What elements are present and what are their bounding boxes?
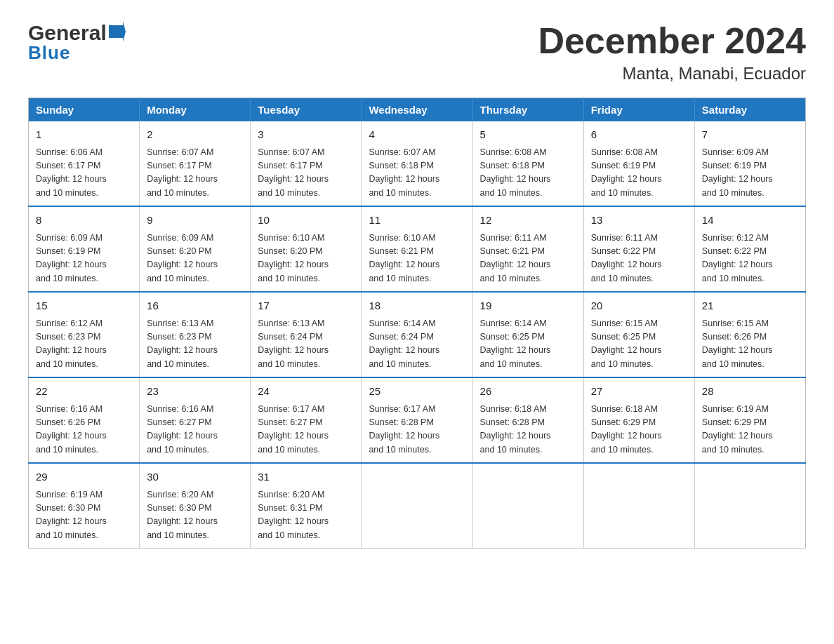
logo-arrow-icon (109, 21, 126, 45)
calendar-header-sunday: Sunday (29, 98, 140, 122)
day-info: Sunrise: 6:13 AMSunset: 6:24 PMDaylight:… (258, 317, 354, 372)
calendar-cell: 2 Sunrise: 6:07 AMSunset: 6:17 PMDayligh… (140, 121, 251, 206)
page-subtitle: Manta, Manabi, Ecuador (538, 64, 806, 83)
calendar-cell (583, 463, 694, 549)
calendar-cell: 17 Sunrise: 6:13 AMSunset: 6:24 PMDaylig… (251, 292, 362, 377)
calendar-cell: 11 Sunrise: 6:10 AMSunset: 6:21 PMDaylig… (362, 206, 472, 292)
day-info: Sunrise: 6:19 AMSunset: 6:30 PMDaylight:… (36, 488, 132, 543)
day-number: 17 (258, 298, 354, 314)
day-number: 28 (702, 384, 798, 400)
calendar-cell: 23 Sunrise: 6:16 AMSunset: 6:27 PMDaylig… (140, 377, 251, 463)
day-number: 24 (258, 384, 354, 400)
calendar-cell: 18 Sunrise: 6:14 AMSunset: 6:24 PMDaylig… (362, 292, 472, 377)
day-number: 6 (591, 127, 687, 143)
day-info: Sunrise: 6:09 AMSunset: 6:19 PMDaylight:… (702, 146, 798, 201)
day-number: 8 (36, 213, 132, 229)
day-info: Sunrise: 6:07 AMSunset: 6:18 PMDaylight:… (369, 146, 465, 201)
day-number: 2 (147, 127, 243, 143)
calendar-cell (694, 463, 805, 549)
day-info: Sunrise: 6:14 AMSunset: 6:25 PMDaylight:… (480, 317, 576, 372)
calendar-header-thursday: Thursday (472, 98, 583, 122)
calendar-cell: 19 Sunrise: 6:14 AMSunset: 6:25 PMDaylig… (472, 292, 583, 377)
day-number: 30 (147, 469, 243, 485)
calendar-cell: 22 Sunrise: 6:16 AMSunset: 6:26 PMDaylig… (29, 377, 140, 463)
calendar-cell: 3 Sunrise: 6:07 AMSunset: 6:17 PMDayligh… (251, 121, 362, 206)
calendar-cell: 4 Sunrise: 6:07 AMSunset: 6:18 PMDayligh… (362, 121, 472, 206)
calendar-cell: 13 Sunrise: 6:11 AMSunset: 6:22 PMDaylig… (583, 206, 694, 292)
day-info: Sunrise: 6:12 AMSunset: 6:22 PMDaylight:… (702, 232, 798, 286)
day-number: 27 (591, 384, 687, 400)
page-header: General Blue December 2024 Manta, Manabi… (28, 21, 806, 83)
day-number: 31 (258, 469, 354, 485)
day-info: Sunrise: 6:10 AMSunset: 6:21 PMDaylight:… (369, 232, 465, 286)
day-number: 14 (702, 213, 798, 229)
calendar-cell: 5 Sunrise: 6:08 AMSunset: 6:18 PMDayligh… (472, 121, 583, 206)
day-number: 12 (480, 213, 576, 229)
day-info: Sunrise: 6:15 AMSunset: 6:26 PMDaylight:… (702, 317, 798, 372)
calendar-cell (472, 463, 583, 549)
day-number: 1 (36, 127, 132, 143)
day-number: 10 (258, 213, 354, 229)
calendar-cell: 12 Sunrise: 6:11 AMSunset: 6:21 PMDaylig… (472, 206, 583, 292)
page-title: December 2024 (538, 21, 806, 61)
calendar-cell: 21 Sunrise: 6:15 AMSunset: 6:26 PMDaylig… (694, 292, 805, 377)
day-info: Sunrise: 6:08 AMSunset: 6:19 PMDaylight:… (591, 146, 687, 201)
day-number: 22 (36, 384, 132, 400)
day-number: 5 (480, 127, 576, 143)
day-info: Sunrise: 6:16 AMSunset: 6:26 PMDaylight:… (36, 403, 132, 457)
day-info: Sunrise: 6:09 AMSunset: 6:19 PMDaylight:… (36, 232, 132, 286)
calendar-header-monday: Monday (140, 98, 251, 122)
calendar-week-row: 15 Sunrise: 6:12 AMSunset: 6:23 PMDaylig… (29, 292, 806, 377)
calendar-cell: 14 Sunrise: 6:12 AMSunset: 6:22 PMDaylig… (694, 206, 805, 292)
day-info: Sunrise: 6:10 AMSunset: 6:20 PMDaylight:… (258, 232, 354, 286)
day-number: 15 (36, 298, 132, 314)
day-number: 26 (480, 384, 576, 400)
day-number: 11 (369, 213, 465, 229)
day-info: Sunrise: 6:20 AMSunset: 6:31 PMDaylight:… (258, 488, 354, 543)
calendar-table: SundayMondayTuesdayWednesdayThursdayFrid… (28, 98, 806, 549)
day-info: Sunrise: 6:18 AMSunset: 6:29 PMDaylight:… (591, 403, 687, 457)
day-info: Sunrise: 6:14 AMSunset: 6:24 PMDaylight:… (369, 317, 465, 372)
logo: General Blue (28, 21, 126, 64)
day-number: 23 (147, 384, 243, 400)
day-number: 4 (369, 127, 465, 143)
calendar-header-tuesday: Tuesday (251, 98, 362, 122)
calendar-cell: 9 Sunrise: 6:09 AMSunset: 6:20 PMDayligh… (140, 206, 251, 292)
logo-blue-text: Blue (28, 42, 126, 64)
day-number: 13 (591, 213, 687, 229)
day-info: Sunrise: 6:09 AMSunset: 6:20 PMDaylight:… (147, 232, 243, 286)
day-info: Sunrise: 6:12 AMSunset: 6:23 PMDaylight:… (36, 317, 132, 372)
calendar-cell: 25 Sunrise: 6:17 AMSunset: 6:28 PMDaylig… (362, 377, 472, 463)
day-info: Sunrise: 6:07 AMSunset: 6:17 PMDaylight:… (147, 146, 243, 201)
calendar-cell: 30 Sunrise: 6:20 AMSunset: 6:30 PMDaylig… (140, 463, 251, 549)
logo-general-text: General (28, 21, 107, 45)
calendar-cell: 20 Sunrise: 6:15 AMSunset: 6:25 PMDaylig… (583, 292, 694, 377)
calendar-cell: 8 Sunrise: 6:09 AMSunset: 6:19 PMDayligh… (29, 206, 140, 292)
calendar-week-row: 22 Sunrise: 6:16 AMSunset: 6:26 PMDaylig… (29, 377, 806, 463)
title-block: December 2024 Manta, Manabi, Ecuador (538, 21, 806, 83)
day-number: 20 (591, 298, 687, 314)
svg-marker-0 (109, 21, 126, 42)
day-number: 29 (36, 469, 132, 485)
day-info: Sunrise: 6:11 AMSunset: 6:21 PMDaylight:… (480, 232, 576, 286)
day-info: Sunrise: 6:15 AMSunset: 6:25 PMDaylight:… (591, 317, 687, 372)
day-info: Sunrise: 6:20 AMSunset: 6:30 PMDaylight:… (147, 488, 243, 543)
calendar-cell: 6 Sunrise: 6:08 AMSunset: 6:19 PMDayligh… (583, 121, 694, 206)
day-info: Sunrise: 6:11 AMSunset: 6:22 PMDaylight:… (591, 232, 687, 286)
day-info: Sunrise: 6:18 AMSunset: 6:28 PMDaylight:… (480, 403, 576, 457)
calendar-cell: 7 Sunrise: 6:09 AMSunset: 6:19 PMDayligh… (694, 121, 805, 206)
day-number: 9 (147, 213, 243, 229)
day-number: 25 (369, 384, 465, 400)
day-info: Sunrise: 6:13 AMSunset: 6:23 PMDaylight:… (147, 317, 243, 372)
calendar-cell: 24 Sunrise: 6:17 AMSunset: 6:27 PMDaylig… (251, 377, 362, 463)
day-info: Sunrise: 6:16 AMSunset: 6:27 PMDaylight:… (147, 403, 243, 457)
day-info: Sunrise: 6:07 AMSunset: 6:17 PMDaylight:… (258, 146, 354, 201)
calendar-cell: 16 Sunrise: 6:13 AMSunset: 6:23 PMDaylig… (140, 292, 251, 377)
day-info: Sunrise: 6:17 AMSunset: 6:28 PMDaylight:… (369, 403, 465, 457)
calendar-cell (362, 463, 472, 549)
calendar-week-row: 29 Sunrise: 6:19 AMSunset: 6:30 PMDaylig… (29, 463, 806, 549)
calendar-week-row: 8 Sunrise: 6:09 AMSunset: 6:19 PMDayligh… (29, 206, 806, 292)
calendar-header-wednesday: Wednesday (362, 98, 472, 122)
day-info: Sunrise: 6:08 AMSunset: 6:18 PMDaylight:… (480, 146, 576, 201)
calendar-cell: 29 Sunrise: 6:19 AMSunset: 6:30 PMDaylig… (29, 463, 140, 549)
